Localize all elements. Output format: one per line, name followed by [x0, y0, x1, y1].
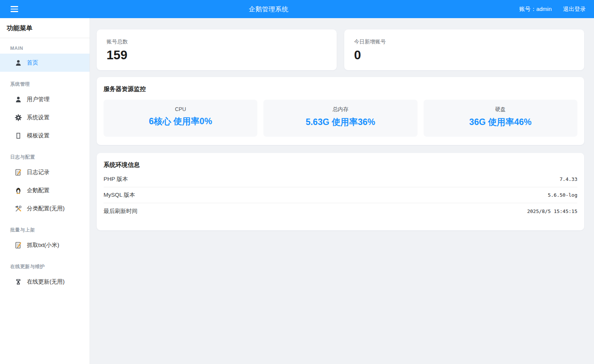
sidebar-item-user-management[interactable]: 用户管理 — [0, 90, 90, 108]
env-value: 5.6.50-log — [548, 192, 577, 198]
sidebar-item-grab-txt[interactable]: 抓取txt(小米) — [0, 236, 90, 254]
sidebar-item-home[interactable]: 首页 — [0, 54, 90, 72]
sidebar-section-main: MAIN — [10, 46, 79, 51]
env-label: MySQL 版本 — [104, 191, 135, 199]
sidebar-item-system-settings[interactable]: 系统设置 — [0, 108, 90, 126]
stat-value: 159 — [107, 48, 327, 62]
stat-label: 账号总数 — [107, 39, 327, 45]
metric-value: 5.63G 使用率36% — [263, 116, 417, 128]
env-value: 2025/8/5 15:45:15 — [527, 208, 577, 214]
metric-label: CPU — [104, 106, 257, 112]
env-label: 最后刷新时间 — [104, 208, 138, 215]
main-content: 账号总数 159 今日新增账号 0 服务器资源监控 CPU 6核心 使用率0% … — [90, 18, 594, 364]
sidebar-item-template-settings[interactable]: 模板设置 — [0, 126, 90, 145]
sidebar-item-label: 抓取txt(小米) — [27, 242, 59, 249]
sidebar-item-label: 在线更新(无用) — [27, 278, 65, 285]
gear-icon — [14, 114, 22, 121]
plugin-icon — [14, 278, 22, 285]
sidebar-item-label: 模板设置 — [27, 132, 50, 139]
sidebar: 功能菜单 MAIN 首页 系统管理 用户管理 系统设置 模板设置 — [0, 18, 90, 364]
sidebar-title: 功能菜单 — [0, 18, 90, 38]
metric-value: 36G 使用率46% — [424, 116, 577, 128]
metric-label: 硬盘 — [424, 106, 577, 113]
stat-value: 0 — [354, 48, 574, 62]
environment-title: 系统环境信息 — [104, 161, 577, 169]
hamburger-menu-icon[interactable] — [11, 6, 18, 12]
stat-card-new-accounts-today: 今日新增账号 0 — [344, 29, 584, 70]
env-label: PHP 版本 — [104, 176, 128, 183]
env-row-php-version: PHP 版本 7.4.33 — [104, 171, 577, 187]
template-icon — [14, 132, 22, 139]
server-monitor-title: 服务器资源监控 — [104, 85, 577, 93]
user-icon — [14, 59, 22, 66]
sidebar-item-label: 日志记录 — [27, 169, 50, 176]
server-monitor-panel: 服务器资源监控 CPU 6核心 使用率0% 总内存 5.63G 使用率36% 硬… — [97, 77, 584, 145]
sidebar-section-batch: 批量与上架 — [10, 227, 79, 233]
metric-card-memory: 总内存 5.63G 使用率36% — [263, 100, 417, 137]
metric-label: 总内存 — [263, 106, 417, 113]
penguin-icon — [14, 187, 22, 194]
user-icon — [14, 96, 22, 103]
sidebar-item-category-config[interactable]: 分类配置(无用) — [0, 199, 90, 217]
sidebar-item-label: 企鹅配置 — [27, 187, 50, 194]
env-row-mysql-version: MySQL 版本 5.6.50-log — [104, 187, 577, 203]
sidebar-item-label: 系统设置 — [27, 114, 50, 121]
stat-card-total-accounts: 账号总数 159 — [97, 29, 337, 70]
sidebar-item-penguin-config[interactable]: 企鹅配置 — [0, 181, 90, 199]
sidebar-item-label: 用户管理 — [27, 96, 50, 103]
metric-value: 6核心 使用率0% — [104, 116, 257, 127]
sidebar-section-system: 系统管理 — [10, 81, 79, 88]
memo-icon — [14, 168, 22, 176]
env-value: 7.4.33 — [560, 176, 577, 182]
tools-icon — [14, 205, 22, 212]
memo-icon — [14, 241, 22, 249]
sidebar-section-logs: 日志与配置 — [10, 154, 79, 160]
env-row-last-refresh: 最后刷新时间 2025/8/5 15:45:15 — [104, 203, 577, 219]
sidebar-item-online-update[interactable]: 在线更新(无用) — [0, 273, 90, 291]
top-header: 企鹅管理系统 账号：admin 退出登录 — [0, 0, 594, 18]
environment-panel: 系统环境信息 PHP 版本 7.4.33 MySQL 版本 5.6.50-log… — [97, 153, 584, 230]
sidebar-section-update: 在线更新与维护 — [10, 264, 79, 270]
sidebar-item-log-records[interactable]: 日志记录 — [0, 163, 90, 181]
logout-link[interactable]: 退出登录 — [563, 6, 586, 13]
sidebar-item-label: 首页 — [27, 59, 38, 66]
app-title: 企鹅管理系统 — [18, 5, 519, 14]
metric-card-cpu: CPU 6核心 使用率0% — [104, 100, 257, 137]
stat-label: 今日新增账号 — [354, 39, 574, 45]
sidebar-item-label: 分类配置(无用) — [27, 205, 65, 212]
account-label: 账号：admin — [519, 6, 552, 13]
metric-card-disk: 硬盘 36G 使用率46% — [424, 100, 577, 137]
